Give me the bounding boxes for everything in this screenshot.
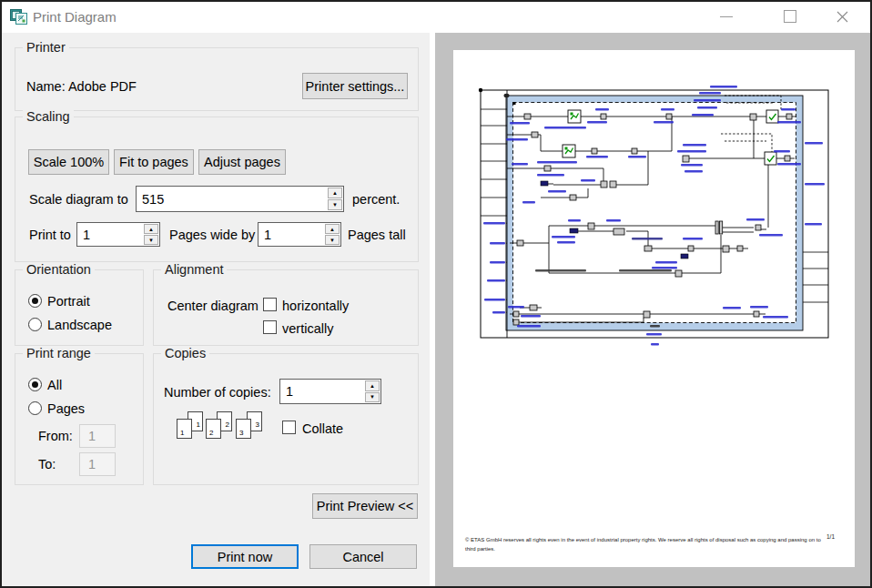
center-horizontally-checkbox[interactable] bbox=[263, 298, 277, 311]
pages-wide-label: Pages wide by bbox=[169, 228, 255, 242]
pages-wide-field: ▲ ▼ bbox=[76, 222, 160, 247]
number-of-copies-input[interactable] bbox=[280, 380, 364, 403]
print-range-legend: Print range bbox=[23, 346, 95, 360]
spin-down-icon: ▼ bbox=[332, 202, 338, 208]
spin-down-button[interactable]: ▼ bbox=[144, 235, 158, 245]
spin-down-icon: ▼ bbox=[148, 238, 154, 243]
number-of-copies-label: Number of copies: bbox=[164, 385, 271, 400]
app-icon bbox=[10, 9, 28, 25]
center-diagram-label: Center diagram bbox=[167, 299, 259, 313]
scaling-group: Scaling Scale 100% Fit to pages Adjust p… bbox=[15, 117, 419, 262]
collate-pages-icon: 3 3 bbox=[236, 411, 263, 440]
printer-settings-button[interactable]: Printer settings... bbox=[302, 73, 408, 99]
scaling-legend: Scaling bbox=[23, 109, 74, 124]
portrait-label: Portrait bbox=[47, 294, 90, 309]
landscape-label: Landscape bbox=[47, 318, 112, 332]
pages-wide-input[interactable] bbox=[77, 223, 143, 246]
spin-down-icon: ▼ bbox=[330, 238, 335, 243]
diagram-preview bbox=[453, 50, 855, 567]
fit-to-pages-button[interactable]: Fit to pages bbox=[114, 149, 194, 175]
from-input[interactable] bbox=[79, 424, 116, 448]
spin-up-button[interactable]: ▲ bbox=[328, 188, 342, 198]
pages-tall-label: Pages tall bbox=[348, 228, 406, 242]
collate-label: Collate bbox=[302, 421, 343, 436]
number-of-copies-field: ▲ ▼ bbox=[279, 379, 381, 404]
minimize-icon bbox=[720, 16, 733, 17]
close-icon bbox=[837, 11, 848, 23]
range-pages-radio[interactable] bbox=[28, 401, 42, 415]
collate-checkbox[interactable] bbox=[282, 421, 296, 434]
portrait-radio[interactable] bbox=[28, 294, 42, 308]
copies-legend: Copies bbox=[161, 346, 209, 360]
pages-tall-spinner: ▲ ▼ bbox=[325, 224, 340, 245]
horizontally-label: horizontally bbox=[282, 299, 349, 313]
settings-panel: Printer Name: Adobe PDF Printer settings… bbox=[2, 33, 430, 586]
print-range-group: Print range All Pages From: To: bbox=[15, 353, 144, 485]
alignment-legend: Alignment bbox=[161, 262, 227, 277]
title-bar: Print Diagram bbox=[2, 2, 870, 33]
scale-percent-input[interactable] bbox=[137, 187, 327, 211]
page-footer-text: © ETAS GmbH reserves all rights even in … bbox=[465, 536, 827, 553]
page-number: 1/1 bbox=[826, 533, 835, 540]
printer-name-label: Name: Adobe PDF bbox=[26, 79, 137, 94]
printer-legend: Printer bbox=[23, 40, 69, 55]
print-preview-pane: © ETAS GmbH reserves all rights even in … bbox=[435, 33, 870, 586]
spin-down-button[interactable]: ▼ bbox=[325, 235, 340, 245]
collate-pages-icon: 2 2 bbox=[206, 411, 233, 440]
collate-pages-icon: 1 1 bbox=[177, 411, 204, 440]
spin-down-button[interactable]: ▼ bbox=[365, 392, 380, 403]
close-button[interactable] bbox=[821, 2, 863, 31]
alignment-group: Alignment Center diagram horizontally ve… bbox=[153, 269, 419, 346]
landscape-radio[interactable] bbox=[28, 318, 42, 331]
copies-group: Copies Number of copies: ▲ ▼ 1 1 2 2 3 3 bbox=[153, 353, 419, 485]
spin-up-button[interactable]: ▲ bbox=[365, 380, 380, 391]
print-now-button[interactable]: Print now bbox=[191, 544, 299, 569]
spin-down-icon: ▼ bbox=[370, 394, 375, 400]
scale-100-button[interactable]: Scale 100% bbox=[28, 149, 109, 175]
cancel-button[interactable]: Cancel bbox=[309, 544, 417, 569]
to-label: To: bbox=[38, 457, 56, 471]
range-all-label: All bbox=[47, 378, 62, 392]
to-input[interactable] bbox=[79, 452, 116, 476]
print-to-label: Print to bbox=[29, 228, 71, 242]
spin-down-button[interactable]: ▼ bbox=[328, 199, 342, 210]
vertically-label: vertically bbox=[282, 321, 333, 336]
pages-wide-spinner: ▲ ▼ bbox=[144, 224, 158, 245]
spin-up-icon: ▲ bbox=[330, 227, 335, 232]
pages-tall-input[interactable] bbox=[259, 223, 324, 246]
window-title: Print Diagram bbox=[33, 9, 117, 25]
preview-page: © ETAS GmbH reserves all rights even in … bbox=[453, 50, 855, 567]
center-vertically-checkbox[interactable] bbox=[263, 320, 277, 334]
range-all-radio[interactable] bbox=[28, 378, 42, 391]
print-diagram-dialog: Print Diagram Printer Name: Adobe PDF Pr… bbox=[0, 0, 872, 588]
orientation-group: Orientation Portrait Landscape bbox=[15, 269, 144, 346]
minimize-button[interactable] bbox=[705, 2, 747, 31]
percent-label: percent. bbox=[352, 192, 400, 207]
scale-percent-spinner: ▲ ▼ bbox=[328, 188, 342, 210]
spin-up-icon: ▲ bbox=[370, 383, 375, 389]
maximize-button[interactable] bbox=[769, 2, 811, 31]
adjust-pages-button[interactable]: Adjust pages bbox=[198, 149, 286, 175]
from-label: From: bbox=[38, 429, 73, 443]
print-preview-button[interactable]: Print Preview << bbox=[312, 493, 418, 519]
spin-up-icon: ▲ bbox=[148, 227, 154, 232]
printer-group: Printer Name: Adobe PDF Printer settings… bbox=[15, 47, 419, 111]
copies-spinner: ▲ ▼ bbox=[365, 380, 380, 402]
spin-up-icon: ▲ bbox=[332, 190, 338, 196]
maximize-icon bbox=[784, 10, 796, 23]
range-pages-label: Pages bbox=[47, 401, 85, 416]
spin-up-button[interactable]: ▲ bbox=[144, 224, 158, 234]
scale-percent-field: ▲ ▼ bbox=[136, 186, 344, 212]
spin-up-button[interactable]: ▲ bbox=[325, 224, 340, 234]
pages-tall-field: ▲ ▼ bbox=[258, 222, 341, 247]
scale-diagram-label: Scale diagram to bbox=[29, 192, 128, 207]
orientation-legend: Orientation bbox=[23, 262, 95, 277]
